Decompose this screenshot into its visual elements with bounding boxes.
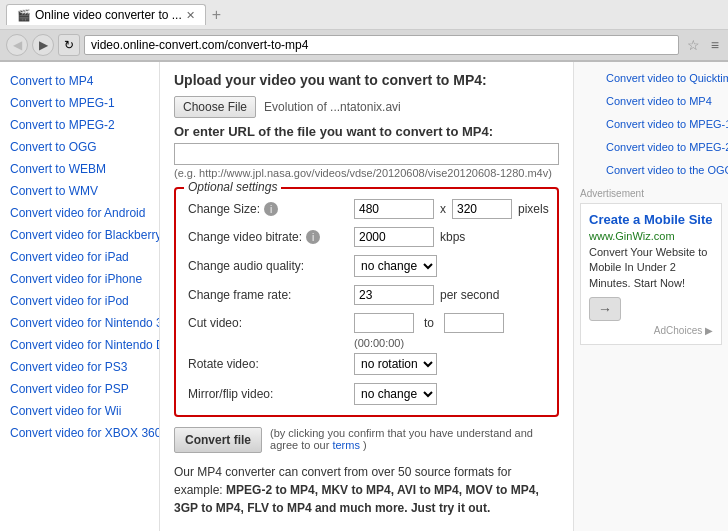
ad-url: www.GinWiz.com [589, 230, 713, 242]
sidebar-item-psp[interactable]: Convert video for PSP [0, 378, 159, 400]
bitrate-input[interactable] [354, 227, 434, 247]
pixels-label: pixels [518, 202, 549, 216]
bitrate-info-icon[interactable]: i [306, 230, 320, 244]
url-hint: (e.g. http://www.jpl.nasa.gov/videos/vds… [174, 167, 559, 179]
choose-file-button[interactable]: Choose File [174, 96, 256, 118]
mirror-flip-select[interactable]: no change [354, 383, 437, 405]
tab-close-button[interactable]: ✕ [186, 9, 195, 22]
change-size-info-icon[interactable]: i [264, 202, 278, 216]
sidebar-item-nintendo3ds[interactable]: Convert video for Nintendo 3DS [0, 312, 159, 334]
ad-box: Create a Mobile Site www.GinWiz.com Conv… [580, 203, 722, 345]
right-sidebar-item-3[interactable]: Convert video to MPEG-1 [596, 114, 722, 134]
rotate-video-label: Rotate video: [188, 357, 348, 371]
sidebar-item-mpeg1[interactable]: Convert to MPEG-1 [0, 92, 159, 114]
forward-button[interactable]: ▶ [32, 34, 54, 56]
audio-quality-select[interactable]: no change [354, 255, 437, 277]
ad-choices[interactable]: AdChoices ▶ [589, 325, 713, 336]
right-sidebar-item-2[interactable]: Convert video to MP4 [596, 91, 722, 111]
right-sidebar-item-1[interactable]: Convert video to Quicktime MOV [596, 68, 722, 88]
address-bar[interactable] [84, 35, 679, 55]
ad-title[interactable]: Create a Mobile Site [589, 212, 713, 227]
cut-to-label: to [424, 316, 434, 330]
browser-chrome: 🎬 Online video converter to ... ✕ + ◀ ▶ … [0, 0, 728, 62]
sidebar-item-wii[interactable]: Convert video for Wii [0, 400, 159, 422]
sidebar-item-mp4[interactable]: Convert to MP4 [0, 70, 159, 92]
terms-link[interactable]: terms [332, 439, 360, 451]
kbps-label: kbps [440, 230, 465, 244]
mirror-flip-label: Mirror/flip video: [188, 387, 348, 401]
url-label: Or enter URL of the file you want to con… [174, 124, 559, 139]
sidebar-item-ipad[interactable]: Convert video for iPad [0, 246, 159, 268]
page-wrapper: Convert to MP4 Convert to MPEG-1 Convert… [0, 62, 728, 531]
browser-toolbar: ◀ ▶ ↻ ☆ ≡ [0, 30, 728, 61]
sidebar-item-blackberry[interactable]: Convert video for Blackberry [0, 224, 159, 246]
right-sidebar-item-5[interactable]: Convert video to the OGG format [596, 160, 722, 180]
right-sidebar-list: Convert video to Quicktime MOV Convert v… [580, 68, 722, 180]
optional-settings-legend: Optional settings [184, 180, 281, 194]
frame-rate-input[interactable] [354, 285, 434, 305]
sidebar-item-android[interactable]: Convert video for Android [0, 202, 159, 224]
upload-heading: Upload your video you want to convert to… [174, 72, 559, 88]
file-upload-row: Choose File Evolution of ...ntatonix.avi [174, 96, 559, 118]
ad-arrow-button[interactable]: → [589, 297, 621, 321]
width-input[interactable] [354, 199, 434, 219]
ad-desc: Convert Your Website to Mobile In Under … [589, 245, 713, 291]
cut-from-input[interactable] [354, 313, 414, 333]
sidebar-item-xbox360[interactable]: Convert video for XBOX 360 [0, 422, 159, 444]
change-size-row: Change Size: i x pixels [188, 199, 545, 219]
convert-button[interactable]: Convert file [174, 427, 262, 453]
x-separator: x [440, 202, 446, 216]
ad-label: Advertisement [580, 188, 722, 199]
info-section: Our MP4 converter can convert from over … [174, 463, 559, 531]
tab-title: Online video converter to ... [35, 8, 182, 22]
sidebar-item-nintendods[interactable]: Convert video for Nintendo DS [0, 334, 159, 356]
audio-quality-row: Change audio quality: no change [188, 255, 545, 277]
bitrate-row: Change video bitrate: i kbps [188, 227, 545, 247]
convert-row: Convert file (by clicking you confirm th… [174, 427, 559, 453]
browser-titlebar: 🎬 Online video converter to ... ✕ + [0, 0, 728, 30]
refresh-button[interactable]: ↻ [58, 34, 80, 56]
left-sidebar: Convert to MP4 Convert to MPEG-1 Convert… [0, 62, 160, 531]
sidebar-item-wmv[interactable]: Convert to WMV [0, 180, 159, 202]
mirror-flip-row: Mirror/flip video: no change [188, 383, 545, 405]
main-content: Upload your video you want to convert to… [160, 62, 573, 531]
audio-quality-label: Change audio quality: [188, 259, 348, 273]
cut-video-row: Cut video: to [188, 313, 545, 333]
formats-bold: MPEG-2 to MP4, MKV to MP4, AVI to MP4, M… [174, 483, 539, 515]
sidebar-item-iphone[interactable]: Convert video for iPhone [0, 268, 159, 290]
rotate-select[interactable]: no rotation [354, 353, 437, 375]
browser-tab[interactable]: 🎬 Online video converter to ... ✕ [6, 4, 206, 25]
optional-settings-box: Optional settings Change Size: i x pixel… [174, 187, 559, 417]
time-hint: (00:00:00) [354, 337, 545, 349]
cut-to-input[interactable] [444, 313, 504, 333]
frame-rate-label: Change frame rate: [188, 288, 348, 302]
sidebar-item-webm[interactable]: Convert to WEBM [0, 158, 159, 180]
back-button[interactable]: ◀ [6, 34, 28, 56]
sidebar-item-ogg[interactable]: Convert to OGG [0, 136, 159, 158]
rotate-video-row: Rotate video: no rotation [188, 353, 545, 375]
right-sidebar-item-4[interactable]: Convert video to MPEG-2 [596, 137, 722, 157]
sidebar-item-mpeg2[interactable]: Convert to MPEG-2 [0, 114, 159, 136]
menu-button[interactable]: ≡ [708, 37, 722, 53]
url-input[interactable] [174, 143, 559, 165]
bookmark-button[interactable]: ☆ [683, 37, 704, 53]
new-tab-button[interactable]: + [212, 6, 221, 24]
right-sidebar: Convert video to Quicktime MOV Convert v… [573, 62, 728, 531]
file-name-display: Evolution of ...ntatonix.avi [264, 100, 401, 114]
frame-rate-row: Change frame rate: per second [188, 285, 545, 305]
height-input[interactable] [452, 199, 512, 219]
cut-video-label: Cut video: [188, 316, 348, 330]
sidebar-item-ipod[interactable]: Convert video for iPod [0, 290, 159, 312]
change-size-label: Change Size: i [188, 202, 348, 216]
sidebar-item-ps3[interactable]: Convert video for PS3 [0, 356, 159, 378]
per-second-label: per second [440, 288, 499, 302]
convert-note: (by clicking you confirm that you have u… [270, 427, 559, 451]
bitrate-label: Change video bitrate: i [188, 230, 348, 244]
